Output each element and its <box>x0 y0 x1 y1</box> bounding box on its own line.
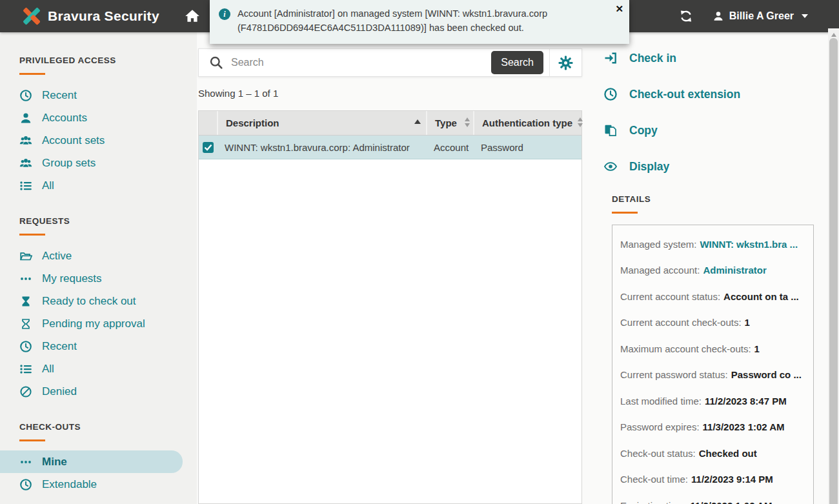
sidebar-item[interactable]: Ready to check out <box>0 290 197 312</box>
scrollbar-up-arrow[interactable] <box>831 33 836 37</box>
detail-label: Current password status: <box>620 369 728 380</box>
detail-row: Current account check-outs: 1 <box>620 310 807 336</box>
sidebar-section-privileged-access: PRIVILEGED ACCESS Recent Accounts Accoun… <box>0 55 197 197</box>
sidebar-item-label: Active <box>42 250 72 263</box>
sort-icon[interactable] <box>465 117 470 127</box>
sidebar-item[interactable]: My requests <box>0 267 197 290</box>
search-icon <box>209 55 223 70</box>
detail-row: Expiration time: 11/3/2023 1:02 AM <box>620 492 807 504</box>
sidebar-item[interactable]: Extendable <box>0 473 197 496</box>
detail-row: Check-out time: 11/2/2023 9:14 PM <box>620 467 807 493</box>
sidebar-item[interactable]: Active <box>0 245 197 267</box>
sidebar-list: Active My requests Ready to check out Pe… <box>0 245 197 403</box>
sidebar-item-icon <box>19 363 32 376</box>
chevron-down-icon <box>802 14 808 18</box>
sort-ascending-icon[interactable] <box>414 119 421 124</box>
row-checkbox[interactable] <box>203 142 214 153</box>
detail-value: Password co ... <box>731 369 802 380</box>
detail-label: Maximum account check-outs: <box>620 343 751 354</box>
table-header-type[interactable]: Type <box>426 111 473 135</box>
sidebar-item-icon <box>19 250 32 263</box>
search-settings-button[interactable] <box>550 55 581 71</box>
action-link[interactable]: Check-out extension <box>603 86 823 103</box>
sidebar-item-icon <box>19 272 32 285</box>
bravura-logo-icon <box>22 6 41 26</box>
detail-row: Managed account: Administrator <box>620 257 807 284</box>
sidebar: PRIVILEGED ACCESS Recent Accounts Accoun… <box>0 32 197 504</box>
detail-row: Current account status: Account on ta ..… <box>620 283 807 310</box>
detail-label: Current account check-outs: <box>620 317 742 328</box>
sidebar-item-icon <box>19 456 32 469</box>
sidebar-item-icon <box>19 157 32 170</box>
details-underline <box>612 212 638 214</box>
sidebar-item-icon <box>19 478 32 491</box>
table-header-row: Description Type Authentication type <box>199 111 581 135</box>
sidebar-item[interactable]: Recent <box>0 84 197 106</box>
details-panel: Managed system: WINNT: wkstn1.bra ... Ma… <box>612 225 814 504</box>
sidebar-item[interactable]: Account sets <box>0 129 197 152</box>
sidebar-item[interactable]: Pending my approval <box>0 312 197 335</box>
sidebar-item[interactable]: Denied <box>0 380 197 403</box>
section-underline <box>19 73 45 75</box>
refresh-icon <box>679 9 693 23</box>
sidebar-item[interactable]: Group sets <box>0 152 197 174</box>
action-icon <box>603 159 618 174</box>
table-row[interactable]: WINNT: wkstn1.bravura.corp: Administrato… <box>199 135 581 159</box>
action-link[interactable]: Check in <box>603 50 823 66</box>
sidebar-item[interactable]: Accounts <box>0 106 197 129</box>
detail-label: Last modified time: <box>620 396 702 407</box>
toast-message: Account [Administrator] on managed syste… <box>238 7 607 35</box>
sort-icon[interactable] <box>578 117 583 127</box>
brand: Bravura Security <box>22 6 159 26</box>
detail-value: Checked out <box>699 448 757 459</box>
action-label: Check-out extension <box>629 88 740 101</box>
detail-label: Current account status: <box>620 291 720 302</box>
sidebar-item-label: Ready to check out <box>42 295 136 308</box>
sidebar-item-icon <box>19 340 32 353</box>
sidebar-item-icon <box>19 318 32 330</box>
notification-toast: i Account [Administrator] on managed sys… <box>210 0 629 44</box>
sidebar-item-label: All <box>42 179 54 192</box>
details-title: DETAILS <box>612 194 823 204</box>
sidebar-item[interactable]: All <box>0 358 197 380</box>
action-icon <box>603 87 618 101</box>
home-icon <box>184 8 201 25</box>
search-bar: Search <box>198 48 582 77</box>
refresh-button[interactable] <box>679 9 693 23</box>
sidebar-section-requests: REQUESTS Active My requests Ready to che… <box>0 216 197 403</box>
detail-value: Administrator <box>703 265 766 276</box>
detail-value: 1 <box>745 317 750 328</box>
home-button[interactable] <box>184 8 201 25</box>
table-header-authentication-type[interactable]: Authentication type <box>473 111 581 135</box>
detail-row: Maximum account check-outs: 1 <box>620 336 807 362</box>
actions-list: Check in Check-out extension Copy Displa… <box>603 50 823 175</box>
action-link[interactable]: Display <box>603 158 823 175</box>
action-link[interactable]: Copy <box>603 122 823 139</box>
detail-label: Managed system: <box>620 239 696 250</box>
sidebar-item-label: Recent <box>42 89 77 102</box>
close-icon[interactable]: ✕ <box>615 4 623 14</box>
page-scrollbar[interactable] <box>828 28 839 504</box>
sidebar-item[interactable]: All <box>0 174 197 197</box>
sidebar-item[interactable]: Recent <box>0 335 197 358</box>
detail-value: Account on ta ... <box>723 291 799 302</box>
search-button[interactable]: Search <box>491 51 543 74</box>
detail-row: Managed system: WINNT: wkstn1.bra ... <box>620 231 807 257</box>
detail-value: 11/3/2023 1:02 AM <box>703 421 785 432</box>
search-input[interactable] <box>231 57 491 68</box>
row-type: Account <box>426 142 473 153</box>
scrollbar-thumb[interactable] <box>829 38 838 504</box>
table-header-checkbox <box>199 111 217 135</box>
sidebar-item-label: My requests <box>42 272 102 285</box>
section-underline <box>19 439 45 441</box>
detail-value: 11/2/2023 8:47 PM <box>705 396 787 407</box>
user-menu[interactable]: Billie A Greer <box>713 10 808 22</box>
sidebar-item-icon <box>19 134 32 147</box>
detail-value: 11/2/2023 9:14 PM <box>691 474 773 485</box>
sidebar-item-label: Account sets <box>42 134 105 147</box>
action-label: Copy <box>629 124 658 137</box>
sidebar-item[interactable]: Mine <box>0 450 183 473</box>
right-panel: Check in Check-out extension Copy Displa… <box>603 32 823 504</box>
detail-value: 11/3/2023 1:02 AM <box>690 500 772 504</box>
table-header-description[interactable]: Description <box>217 111 426 135</box>
